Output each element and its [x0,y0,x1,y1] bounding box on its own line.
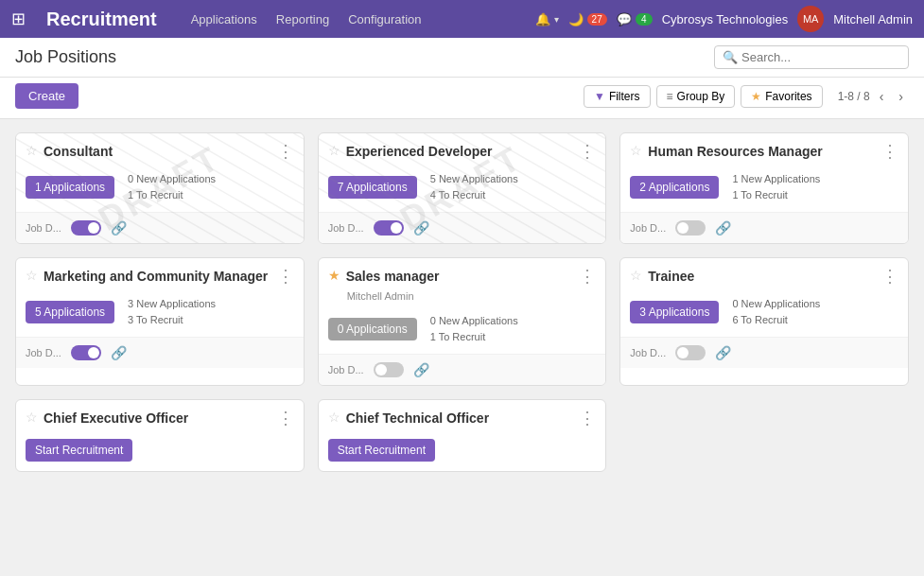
toggle-knob [677,222,689,234]
toggle-switch[interactable] [675,220,706,236]
link-icon[interactable]: 🔗 [413,220,429,236]
card-stats-text: 5 New Applications 4 To Recruit [430,171,518,202]
link-icon[interactable]: 🔗 [111,220,127,236]
user-name[interactable]: Mitchell Admin [833,12,913,26]
bell-chevron: ▾ [554,14,559,25]
link-icon[interactable]: 🔗 [413,362,429,377]
card-footer: Job D... 🔗 [319,354,606,385]
toggle-switch[interactable] [675,345,706,360]
card-stats: 2 Applications 1 New Applications 1 To R… [630,171,898,202]
toggle-knob [391,222,402,234]
card-menu-button[interactable]: ⋮ [881,268,898,285]
favorite-star[interactable]: ☆ [630,268,642,283]
card-menu-button[interactable]: ⋮ [881,143,898,160]
card-stats: Start Recruitment [328,439,597,462]
apps-button[interactable]: 3 Applications [630,301,719,323]
apps-button[interactable]: 2 Applications [630,176,719,199]
groupby-button[interactable]: ≡ Group By [656,85,736,108]
card-body: 1 Applications 0 New Applications 1 To R… [16,166,304,212]
apps-button[interactable]: 1 Applications [26,176,114,199]
card-body: 7 Applications 5 New Applications 4 To R… [319,166,606,212]
job-card-trainee: ☆ Trainee ⋮ 3 Applications 0 New Applica… [619,257,909,386]
card-title: Sales manager [346,268,574,285]
pagination-next[interactable]: › [893,87,909,106]
card-menu-button[interactable]: ⋮ [579,410,596,427]
card-menu-button[interactable]: ⋮ [579,268,596,285]
toggle-wrap [374,220,404,236]
card-title: Experienced Developer [346,143,574,160]
new-apps-count: 0 New Applications [128,171,216,187]
favorite-star[interactable]: ☆ [26,143,38,158]
to-recruit-count: 6 To Recruit [732,312,820,328]
toolbar: Create ▼ Filters ≡ Group By ★ Favorites … [0,78,924,119]
card-title: Chief Technical Officer [346,410,574,427]
app-grid-icon[interactable]: ⊞ [11,9,26,29]
start-recruitment-button[interactable]: Start Recruitment [26,439,132,462]
favorite-star[interactable]: ☆ [26,410,38,425]
card-menu-button[interactable]: ⋮ [277,268,294,285]
pagination-prev[interactable]: ‹ [874,87,890,106]
favorite-star[interactable]: ☆ [630,143,642,158]
favorite-star[interactable]: ☆ [328,143,340,158]
card-title: Consultant [44,143,271,160]
apps-button[interactable]: 0 Applications [328,318,417,340]
job-card-chief-executive-officer: ☆ Chief Executive Officer ⋮ Start Recrui… [15,399,305,471]
nav-configuration[interactable]: Configuration [348,12,421,26]
start-recruitment-button[interactable]: Start Recruitment [328,439,435,462]
card-footer: Job D... 🔗 [16,212,304,243]
nav-menu: Applications Reporting Configuration [191,12,520,26]
card-body: 5 Applications 3 New Applications 3 To R… [16,290,304,337]
pagination: 1-8 / 8 ‹ › [838,87,909,106]
kanban-grid: ☆ Consultant ⋮ 1 Applications 0 New Appl… [15,132,909,472]
card-menu-button[interactable]: ⋮ [277,143,294,160]
moon-icon: 🌙 [568,12,584,26]
new-apps-count: 3 New Applications [128,296,216,312]
toggle-knob [677,347,689,358]
user-avatar[interactable]: MA [797,6,824,32]
new-apps-count: 0 New Applications [430,313,518,329]
apps-button[interactable]: 5 Applications [26,301,114,323]
favorite-star[interactable]: ☆ [328,410,340,425]
card-body: 3 Applications 0 New Applications 6 To R… [620,290,908,337]
to-recruit-count: 1 To Recruit [430,329,518,345]
search-input[interactable] [741,50,900,64]
card-stats-text: 3 New Applications 3 To Recruit [128,296,216,327]
card-menu-button[interactable]: ⋮ [579,143,596,160]
nav-right: 🔔 ▾ 🌙 27 💬 4 Cybrosys Technologies MA Mi… [535,6,913,32]
to-recruit-count: 4 To Recruit [430,187,518,203]
bell-group[interactable]: 🔔 ▾ [535,12,559,26]
card-footer: Job D... 🔗 [16,337,304,368]
toggle-switch[interactable] [374,362,404,377]
card-title: Chief Executive Officer [44,410,271,427]
card-menu-button[interactable]: ⋮ [277,410,294,427]
filters-button[interactable]: ▼ Filters [584,85,651,108]
search-bar[interactable]: 🔍 [714,45,909,69]
bell-icon: 🔔 [535,12,550,26]
favorite-star[interactable]: ★ [328,268,340,283]
filter-icon: ▼ [594,90,605,103]
card-stats-text: 0 New Applications 6 To Recruit [732,296,820,327]
job-card-consultant: ☆ Consultant ⋮ 1 Applications 0 New Appl… [15,132,305,244]
moon-group[interactable]: 🌙 27 [568,12,607,26]
nav-reporting[interactable]: Reporting [276,12,329,26]
chat-group[interactable]: 💬 4 [617,12,653,26]
card-body: 0 Applications 0 New Applications 1 To R… [319,307,606,354]
top-navigation: ⊞ Recruitment Applications Reporting Con… [0,0,924,38]
create-button[interactable]: Create [15,83,78,109]
toggle-switch[interactable] [374,220,404,236]
job-card-experienced-developer: ☆ Experienced Developer ⋮ 7 Applications… [318,132,607,244]
link-icon[interactable]: 🔗 [715,220,731,236]
link-icon[interactable]: 🔗 [715,345,731,360]
toggle-knob [88,347,99,358]
toggle-switch[interactable] [71,220,101,236]
favorite-star[interactable]: ☆ [26,268,38,283]
link-icon[interactable]: 🔗 [111,345,127,360]
toggle-knob [88,222,99,234]
favorites-button[interactable]: ★ Favorites [741,85,822,108]
card-stats: 7 Applications 5 New Applications 4 To R… [328,171,597,202]
nav-applications[interactable]: Applications [191,12,257,26]
card-header: ☆ Experienced Developer ⋮ [319,133,606,166]
apps-button[interactable]: 7 Applications [328,176,417,199]
toggle-wrap [675,345,706,360]
toggle-switch[interactable] [71,345,101,360]
